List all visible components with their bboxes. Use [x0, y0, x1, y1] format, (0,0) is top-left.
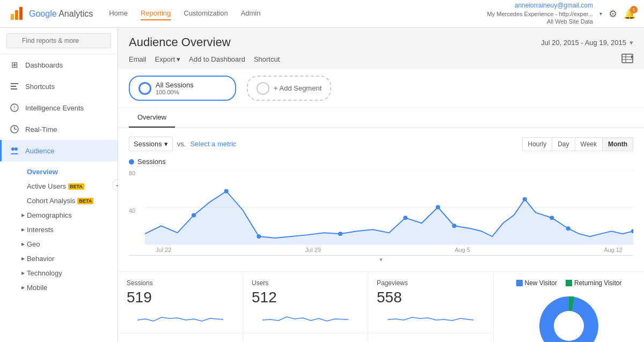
table-view-icon[interactable] [621, 54, 633, 65]
chart-svg [145, 170, 633, 244]
top-nav: Google Analytics Home Reporting Customiz… [0, 0, 644, 28]
export-button[interactable]: Export ▾ [155, 55, 181, 63]
sidebar-sub-active-users[interactable]: Active Users BETA [0, 179, 118, 194]
behavior-triangle-icon: ▶ [21, 256, 25, 261]
account-dropdown-icon[interactable]: ▾ [599, 11, 602, 17]
google-analytics-logo-icon [9, 6, 25, 22]
nav-reporting[interactable]: Reporting [141, 7, 171, 20]
stat-users-sparkline [252, 309, 359, 325]
sessions-legend-label: Sessions [137, 158, 166, 166]
x-label-aug12: Aug 12 [604, 247, 623, 253]
svg-point-11 [11, 147, 14, 151]
date-range-picker[interactable]: Jul 20, 2015 - Aug 19, 2015 ▾ [541, 39, 633, 47]
sidebar-item-audience[interactable]: Audience [0, 140, 118, 161]
user-email[interactable]: annelorraineuy@gmail.com [487, 2, 593, 10]
segment-circle [138, 82, 151, 95]
data-point [338, 232, 342, 236]
sidebar-item-shortcuts[interactable]: Shortcuts [0, 76, 118, 97]
metric-dropdown[interactable]: Sessions ▾ [129, 137, 173, 151]
nav-links: Home Reporting Customization Admin [109, 7, 487, 20]
nav-admin[interactable]: Admin [241, 7, 261, 20]
action-bar: Email Export ▾ Add to Dashboard Shortcut [118, 49, 644, 69]
shortcut-button[interactable]: Shortcut [254, 55, 280, 63]
sidebar-sub-interests[interactable]: ▶ Interests [0, 222, 118, 237]
time-buttons: Hourly Day Week Month [523, 137, 633, 151]
realtime-icon [9, 124, 20, 135]
stat-pages-session: Pages / Session 1.08 [118, 333, 243, 342]
vs-text: vs. [177, 140, 186, 148]
stat-pageviews-value: 558 [377, 289, 485, 306]
stat-avg-session: Avg. Session Duration 00:00:40 [243, 333, 368, 342]
y-label-80: 80 [129, 170, 141, 176]
svg-text:!: ! [14, 105, 16, 111]
nav-customization[interactable]: Customization [184, 7, 228, 20]
sidebar-sub-cohort[interactable]: Cohort Analysis BETA [0, 194, 118, 208]
stat-sessions: Sessions 519 [118, 272, 243, 333]
sidebar: ◀ 🔍 ⊞ Dashboards Shortcuts ! Intelligenc… [0, 28, 118, 342]
search-input[interactable] [6, 33, 111, 48]
metric-dropdown-icon: ▾ [164, 140, 168, 148]
add-segment-button[interactable]: + Add Segment [247, 76, 331, 101]
segment-row: All Sessions 100.00% + Add Segment [118, 69, 644, 108]
behavior-label: Behavior [27, 255, 54, 263]
sidebar-item-dashboards[interactable]: ⊞ Dashboards [0, 54, 118, 76]
data-point [550, 215, 554, 220]
user-info: annelorraineuy@gmail.com My Mercedes Exp… [487, 2, 593, 25]
segment-pct: 100.00% [156, 89, 194, 95]
sidebar-sub-demographics[interactable]: ▶ Demographics [0, 208, 118, 222]
x-label-jul29: Jul 29 [305, 247, 321, 253]
chart-scroll-indicator[interactable]: ▼ [129, 257, 633, 263]
stats-grid: Sessions 519 Users 512 [118, 272, 494, 342]
email-button[interactable]: Email [129, 55, 147, 63]
segment-name: All Sessions [156, 81, 194, 89]
week-button[interactable]: Week [575, 137, 603, 151]
demographics-triangle-icon: ▶ [21, 213, 25, 218]
stats-section: Sessions 519 Users 512 [118, 271, 644, 342]
intelligence-icon: ! [9, 102, 20, 113]
day-button[interactable]: Day [552, 137, 575, 151]
date-range-dropdown-icon: ▾ [630, 39, 633, 47]
data-point [566, 226, 570, 231]
technology-label: Technology [27, 269, 62, 277]
sidebar-sub-geo[interactable]: ▶ Geo [0, 237, 118, 251]
y-label-40: 40 [129, 207, 141, 214]
sidebar-item-realtime[interactable]: Real-Time [0, 118, 118, 140]
geo-triangle-icon: ▶ [21, 242, 25, 247]
stat-bounce-rate: Bounce Rate 86.13% [368, 333, 493, 342]
user-site: My Mercedes Experience - http://exper... [487, 10, 593, 18]
new-visitor-legend: New Visitor [516, 279, 557, 287]
sidebar-audience-label: Audience [25, 147, 54, 155]
add-segment-circle [257, 82, 269, 95]
add-segment-label: + Add Segment [274, 84, 321, 92]
x-label-aug5: Aug 5 [455, 247, 470, 253]
chart-area-fill [145, 191, 633, 244]
month-button[interactable]: Month [602, 137, 633, 151]
sidebar-sub-mobile[interactable]: ▶ Mobile [0, 280, 118, 295]
donut-chart-svg [534, 291, 604, 342]
svg-rect-1 [15, 10, 18, 20]
logo-area: Google Analytics [9, 6, 93, 22]
add-to-dashboard-button[interactable]: Add to Dashboard [189, 55, 245, 63]
tab-overview[interactable]: Overview [129, 108, 175, 128]
settings-icon[interactable]: ⚙ [609, 9, 617, 19]
nav-home[interactable]: Home [109, 7, 128, 20]
page-title: Audience Overview [129, 35, 231, 49]
hourly-button[interactable]: Hourly [522, 137, 553, 151]
sidebar-item-intelligence[interactable]: ! Intelligence Events [0, 97, 118, 118]
select-metric-link[interactable]: Select a metric [190, 140, 236, 148]
data-point [257, 234, 261, 239]
data-point [403, 215, 407, 220]
returning-visitor-color [566, 280, 572, 286]
sidebar-sub-overview[interactable]: Overview [0, 165, 118, 179]
user-property: All Web Site Data [487, 18, 593, 25]
sidebar-sub-technology[interactable]: ▶ Technology [0, 266, 118, 280]
data-point [436, 205, 440, 210]
cohort-beta-badge: BETA [77, 198, 93, 204]
data-point [224, 189, 229, 194]
export-label: Export [155, 55, 175, 63]
svg-point-12 [14, 147, 18, 151]
all-sessions-segment[interactable]: All Sessions 100.00% [129, 76, 236, 101]
chart-section: Sessions ▾ vs. Select a metric Hourly Da… [118, 128, 644, 271]
logo-text: Google Analytics [29, 9, 93, 19]
sidebar-sub-behavior[interactable]: ▶ Behavior [0, 251, 118, 266]
